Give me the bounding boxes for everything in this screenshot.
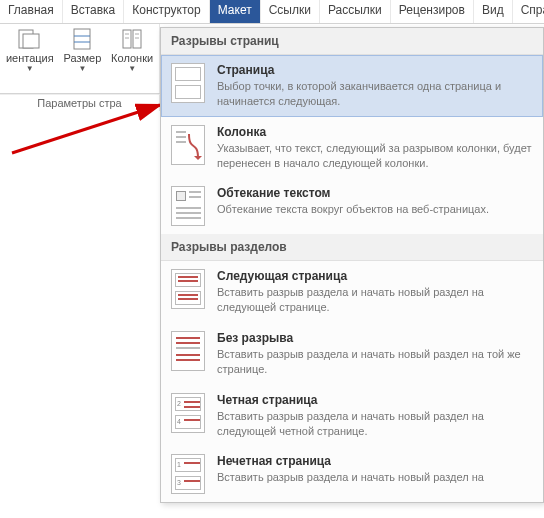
svg-rect-6 [133,30,141,48]
ribbon-tabs: Главная Вставка Конструктор Макет Ссылки… [0,0,544,24]
section-header-pages: Разрывы страниц [161,28,543,55]
breaks-dropdown-panel: Разрывы страниц Страница Выбор точки, в … [160,27,544,503]
tab-home[interactable]: Главная [0,0,63,23]
menu-desc: Обтекание текста вокруг объектов на веб-… [217,202,533,217]
section-header-sections: Разрывы разделов [161,234,543,261]
tab-design[interactable]: Конструктор [124,0,209,23]
svg-rect-5 [123,30,131,48]
menu-item-textwrap[interactable]: Обтекание текстом Обтекание текста вокру… [161,178,543,234]
menu-desc: Вставить разрыв раздела и начать новый р… [217,347,533,377]
svg-line-13 [12,105,160,153]
svg-rect-2 [74,29,90,49]
menu-title: Страница [217,63,533,77]
menu-title: Четная страница [217,393,533,407]
menu-item-page[interactable]: Страница Выбор точки, в которой заканчив… [161,55,543,117]
menu-title: Нечетная страница [217,454,533,468]
page-break-icon [171,63,205,103]
orientation-label: иентация [6,52,54,64]
size-label: Размер [63,52,101,64]
menu-item-continuous[interactable]: Без разрыва Вставить разрыв раздела и на… [161,323,543,385]
menu-desc: Вставить разрыв раздела и начать новый р… [217,470,533,485]
text-wrap-icon [171,186,205,226]
tab-layout[interactable]: Макет [210,0,261,23]
tab-mailings[interactable]: Рассылки [320,0,391,23]
menu-desc: Указывает, что текст, следующий за разры… [217,141,533,171]
menu-item-even-page[interactable]: 2 4 Четная страница Вставить разрыв разд… [161,385,543,447]
menu-desc: Вставить разрыв раздела и начать новый р… [217,285,533,315]
size-icon [68,28,96,50]
chevron-down-icon: ▼ [78,64,86,73]
orientation-icon [16,28,44,50]
menu-title: Колонка [217,125,533,139]
next-page-icon [171,269,205,309]
chevron-down-icon: ▼ [26,64,34,73]
menu-title: Обтекание текстом [217,186,533,200]
tab-view[interactable]: Вид [474,0,513,23]
odd-page-icon: 1 3 [171,454,205,494]
menu-title: Без разрыва [217,331,533,345]
menu-desc: Вставить разрыв раздела и начать новый р… [217,409,533,439]
menu-item-next-page[interactable]: Следующая страница Вставить разрыв разде… [161,261,543,323]
menu-item-column[interactable]: Колонка Указывает, что текст, следующий … [161,117,543,179]
columns-label: Колонки [111,52,153,64]
svg-rect-1 [23,34,39,48]
orientation-button[interactable]: иентация ▼ [4,26,56,93]
columns-icon [118,28,146,50]
tab-review[interactable]: Рецензиров [391,0,474,23]
tab-help[interactable]: Справ [513,0,544,23]
size-button[interactable]: Размер ▼ [62,26,104,93]
page-setup-group-label: Параметры стра [0,94,160,111]
columns-button[interactable]: Колонки ▼ [109,26,155,93]
continuous-icon [171,331,205,371]
chevron-down-icon: ▼ [128,64,136,73]
tab-references[interactable]: Ссылки [261,0,320,23]
tab-insert[interactable]: Вставка [63,0,125,23]
menu-title: Следующая страница [217,269,533,283]
column-break-icon [171,125,205,165]
menu-item-odd-page[interactable]: 1 3 Нечетная страница Вставить разрыв ра… [161,446,543,502]
even-page-icon: 2 4 [171,393,205,433]
menu-desc: Выбор точки, в которой заканчивается одн… [217,79,533,109]
